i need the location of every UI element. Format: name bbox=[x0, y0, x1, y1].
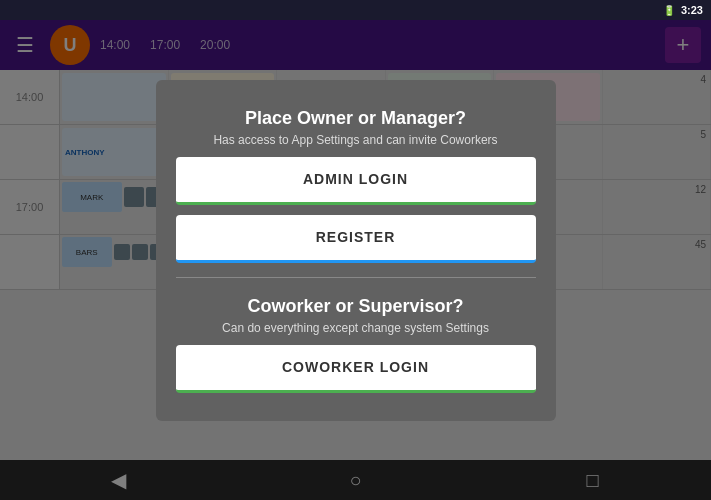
modal-divider bbox=[176, 277, 536, 278]
status-bar: 🔋 3:23 bbox=[0, 0, 711, 20]
admin-login-button[interactable]: ADMIN LOGIN bbox=[176, 157, 536, 205]
section2-subtitle: Can do everything except change system S… bbox=[222, 321, 489, 335]
section1-subtitle: Has access to App Settings and can invit… bbox=[213, 133, 497, 147]
section1-title: Place Owner or Manager? bbox=[245, 108, 466, 129]
modal-overlay: Place Owner or Manager? Has access to Ap… bbox=[0, 0, 711, 500]
register-button[interactable]: REGISTER bbox=[176, 215, 536, 263]
login-modal: Place Owner or Manager? Has access to Ap… bbox=[156, 80, 556, 421]
section2-title: Coworker or Supervisor? bbox=[247, 296, 463, 317]
battery-icon: 🔋 bbox=[663, 5, 675, 16]
coworker-login-button[interactable]: COWORKER LOGIN bbox=[176, 345, 536, 393]
status-time: 3:23 bbox=[681, 4, 703, 16]
